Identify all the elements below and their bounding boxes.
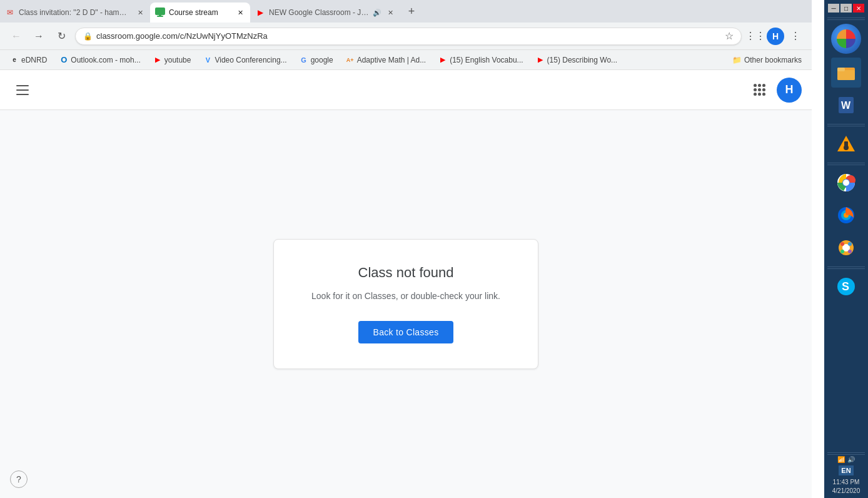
bookmark-google-favicon: G: [300, 56, 308, 64]
bookmarks-bar: e eDNRD O Outlook.com - moh... ▶ youtube…: [0, 50, 812, 70]
apps-grid-icon: [754, 84, 765, 96]
address-bar: ← → ↻ 🔒 classroom.google.com/c/NzUwNjYyO…: [0, 23, 812, 50]
back-nav-button[interactable]: ←: [8, 28, 25, 45]
bookmark-outlook-favicon: O: [59, 56, 68, 64]
error-subtitle: Look for it on Classes, or double-check …: [311, 291, 500, 301]
forward-nav-button[interactable]: →: [30, 28, 48, 45]
windows-logo-icon: [837, 29, 855, 48]
other-bookmarks[interactable]: 📁 Other bookmarks: [727, 54, 807, 66]
tab-bar: ✉ Class invitation: "2 D D" - hamm... ✕ …: [0, 0, 812, 23]
bookmark-ednrd-favicon: e: [10, 56, 19, 64]
bookmark-english-vocab-favicon: ▶: [438, 56, 447, 64]
maximize-button[interactable]: □: [840, 4, 852, 13]
taskbar-chrome-icon[interactable]: [831, 168, 861, 198]
taskbar-paint-icon[interactable]: [831, 233, 861, 263]
reload-button[interactable]: ↻: [53, 28, 70, 45]
bookmark-video-conf[interactable]: V Video Conferencing...: [198, 54, 291, 66]
tab-new-classroom-close[interactable]: ✕: [385, 8, 395, 18]
taskbar-vlc-icon[interactable]: [831, 129, 861, 159]
svg-rect-2: [159, 14, 161, 16]
tab-new-classroom-favicon: ▶: [255, 8, 265, 18]
start-button[interactable]: [831, 24, 861, 54]
clock-date: 4/21/2020: [832, 487, 860, 495]
language-badge[interactable]: EN: [839, 465, 853, 475]
svg-rect-10: [844, 141, 848, 146]
tab-course-stream-label: Course stream: [169, 8, 231, 17]
tab-course-stream-favicon: [155, 8, 165, 18]
tab-gmail-close[interactable]: ✕: [135, 8, 145, 18]
address-actions: ⋮⋮ H ⋮: [747, 28, 804, 45]
classroom-header: H: [0, 70, 812, 110]
classroom-profile-button[interactable]: H: [777, 78, 802, 103]
clock-time: 11:43 PM: [832, 478, 860, 487]
bookmark-video-conf-favicon: V: [203, 56, 212, 64]
browser-content: H Class not found Look for it on Classes…: [0, 70, 812, 498]
lock-icon: 🔒: [83, 32, 93, 41]
taskbar-bottom: 📶 🔊 EN 11:43 PM 4/21/2020: [824, 450, 868, 498]
taskbar-divider-3: [827, 161, 865, 165]
network-volume-icons: 📶 🔊: [837, 456, 855, 463]
windows-taskbar: ─ □ ✕ W: [824, 0, 868, 498]
help-button[interactable]: ?: [10, 470, 28, 488]
taskbar-firefox-icon[interactable]: [831, 200, 861, 230]
chrome-menu-button[interactable]: ⋮: [787, 28, 804, 45]
taskbar-divider: [827, 16, 865, 20]
bookmark-youtube[interactable]: ▶ youtube: [148, 54, 196, 66]
bookmark-adaptive-math-label: Adaptive Math | Ad...: [357, 56, 426, 64]
hamburger-line-1: [16, 85, 29, 86]
minimize-button[interactable]: ─: [828, 4, 839, 13]
bookmark-english-vocab[interactable]: ▶ (15) English Vocabu...: [433, 54, 528, 66]
bookmark-ednrd[interactable]: e eDNRD: [5, 54, 52, 66]
url-bar[interactable]: 🔒 classroom.google.com/c/NzUwNjYyOTMzNzR…: [75, 28, 742, 45]
taskbar-divider-5: [827, 451, 865, 455]
tab-gmail[interactable]: ✉ Class invitation: "2 D D" - hamm... ✕: [0, 3, 150, 23]
grid-dot: [762, 93, 765, 96]
close-button[interactable]: ✕: [853, 4, 864, 13]
win-controls: ─ □ ✕: [824, 1, 868, 15]
svg-rect-0: [155, 8, 165, 15]
bookmark-adaptive-math[interactable]: A+ Adaptive Math | Ad...: [341, 54, 431, 66]
taskbar-file-explorer-icon[interactable]: [831, 58, 861, 88]
network-icon: 📶: [837, 456, 845, 463]
grid-dot: [762, 88, 765, 91]
profile-button[interactable]: H: [767, 28, 784, 45]
tab-audio-icon: 🔊: [373, 9, 381, 17]
system-tray: 📶 🔊 EN 11:43 PM 4/21/2020: [832, 456, 860, 495]
hamburger-line-2: [16, 89, 29, 91]
svg-text:S: S: [842, 280, 849, 293]
bookmark-youtube-label: youtube: [164, 56, 191, 64]
bookmark-outlook[interactable]: O Outlook.com - moh...: [54, 54, 145, 66]
grid-dot: [758, 84, 761, 87]
taskbar-skype-icon[interactable]: S: [831, 272, 861, 302]
svg-point-21: [840, 250, 844, 253]
other-bookmarks-label: Other bookmarks: [744, 56, 802, 64]
apps-grid-button[interactable]: [747, 78, 772, 103]
bookmark-describing-label: (15) Describing Wo...: [547, 56, 617, 64]
svg-rect-4: [837, 70, 855, 80]
grid-dot: [754, 93, 757, 96]
new-tab-button[interactable]: +: [403, 3, 420, 20]
url-text: classroom.google.com/c/NzUwNjYyOTMzNzRa: [96, 31, 721, 41]
tab-search-icon[interactable]: ⋮⋮: [747, 28, 764, 45]
svg-point-19: [840, 242, 844, 246]
tab-new-classroom-label: NEW Google Classroom - Jo...: [269, 8, 369, 17]
tab-course-stream[interactable]: Course stream ✕: [150, 3, 250, 23]
browser-window: ✉ Class invitation: "2 D D" - hamm... ✕ …: [0, 0, 812, 498]
bookmark-english-vocab-label: (15) English Vocabu...: [450, 56, 523, 64]
grid-dot: [758, 88, 761, 91]
tab-course-stream-close[interactable]: ✕: [235, 8, 245, 18]
hamburger-menu-button[interactable]: [10, 78, 35, 103]
tab-new-classroom[interactable]: ▶ NEW Google Classroom - Jo... 🔊 ✕: [250, 3, 400, 23]
bookmark-describing[interactable]: ▶ (15) Describing Wo...: [531, 54, 622, 66]
svg-rect-5: [837, 68, 845, 71]
bookmark-star-icon[interactable]: ☆: [725, 30, 734, 42]
bookmark-google[interactable]: G google: [295, 54, 338, 66]
tab-gmail-favicon: ✉: [5, 8, 15, 18]
taskbar-word-icon[interactable]: W: [831, 90, 861, 120]
back-to-classes-button[interactable]: Back to Classes: [358, 321, 454, 343]
taskbar-divider-2: [827, 123, 865, 126]
bookmark-describing-favicon: ▶: [536, 56, 545, 64]
svg-text:W: W: [841, 100, 851, 111]
taskbar-divider-4: [827, 265, 865, 269]
tab-gmail-label: Class invitation: "2 D D" - hamm...: [19, 8, 131, 17]
